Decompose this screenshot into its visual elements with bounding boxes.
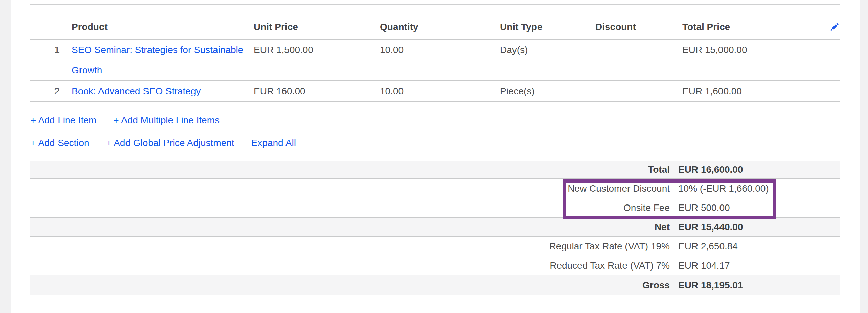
summary-label: Onsite Fee — [30, 202, 670, 213]
summary-row-onsite-fee: Onsite Fee EUR 500.00 — [30, 198, 840, 218]
line-item-actions-row-1: + Add Line Item + Add Multiple Line Item… — [30, 110, 840, 130]
summary-value: 10% (-EUR 1,660.00) — [678, 183, 769, 194]
line-number: 1 — [30, 40, 62, 80]
summary-value: EUR 500.00 — [678, 202, 730, 213]
summary-label: Regular Tax Rate (VAT) 19% — [30, 241, 670, 252]
summary-value: EUR 16,600.00 — [678, 164, 743, 175]
quantity-cell: 10.00 — [376, 81, 497, 101]
add-multiple-line-items-link[interactable]: + Add Multiple Line Items — [113, 110, 220, 130]
total-price-cell: EUR 15,000.00 — [679, 40, 779, 80]
summary-label: Net — [30, 222, 670, 233]
table-row: 1 SEO Seminar: Strategies for Sustainabl… — [30, 40, 840, 81]
discount-cell — [592, 81, 679, 101]
summary-value: EUR 2,650.84 — [678, 241, 738, 252]
summary-label: Reduced Tax Rate (VAT) 7% — [30, 260, 670, 271]
col-header-unit-type: Unit Type — [497, 22, 592, 32]
table-row: 2 Book: Advanced SEO Strategy EUR 160.00… — [30, 81, 840, 102]
summary-row-net: Net EUR 15,440.00 — [30, 218, 840, 237]
unit-price-cell: EUR 160.00 — [250, 81, 376, 101]
unit-price-cell: EUR 1,500.00 — [250, 40, 376, 80]
summary-row-new-customer-discount: New Customer Discount 10% (-EUR 1,660.00… — [30, 179, 840, 198]
summary-row-regular-tax: Regular Tax Rate (VAT) 19% EUR 2,650.84 — [30, 237, 840, 256]
expand-all-link[interactable]: Expand All — [251, 133, 296, 153]
quote-editor-page: Product Unit Price Quantity Unit Type Di… — [0, 0, 868, 313]
section-divider — [30, 0, 840, 5]
page-gutter-right — [860, 0, 868, 313]
total-price-cell: EUR 1,600.00 — [679, 81, 779, 101]
add-section-link[interactable]: + Add Section — [30, 133, 89, 153]
product-link[interactable]: SEO Seminar: Strategies for Sustainable … — [72, 45, 243, 75]
product-link[interactable]: Book: Advanced SEO Strategy — [72, 86, 201, 96]
add-global-price-adjustment-link[interactable]: + Add Global Price Adjustment — [106, 133, 234, 153]
col-header-quantity: Quantity — [376, 22, 497, 32]
unit-type-cell: Piece(s) — [497, 81, 592, 101]
discount-cell — [592, 40, 679, 80]
summary-value: EUR 18,195.01 — [678, 280, 743, 291]
summary-label: Total — [30, 164, 670, 175]
col-header-discount: Discount — [592, 22, 679, 32]
summary-value: EUR 104.17 — [678, 260, 730, 271]
col-header-unit-price: Unit Price — [250, 22, 376, 32]
summary-row-reduced-tax: Reduced Tax Rate (VAT) 7% EUR 104.17 — [30, 256, 840, 275]
col-header-total-price: Total Price — [679, 22, 779, 32]
page-gutter-left — [0, 0, 11, 313]
quantity-cell: 10.00 — [376, 40, 497, 80]
summary-row-gross: Gross EUR 18,195.01 — [30, 275, 840, 295]
line-items-card: Product Unit Price Quantity Unit Type Di… — [11, 0, 860, 313]
pencil-icon — [829, 22, 839, 32]
line-item-actions-row-2: + Add Section + Add Global Price Adjustm… — [30, 133, 840, 153]
unit-type-cell: Day(s) — [497, 40, 592, 80]
totals-summary: Total EUR 16,600.00 New Customer Discoun… — [30, 161, 840, 295]
summary-label: New Customer Discount — [30, 183, 670, 194]
col-header-product: Product — [62, 22, 250, 32]
add-line-item-link[interactable]: + Add Line Item — [30, 110, 96, 130]
summary-value: EUR 15,440.00 — [678, 222, 743, 233]
summary-label: Gross — [30, 280, 670, 291]
table-header-row: Product Unit Price Quantity Unit Type Di… — [30, 5, 840, 40]
summary-row-total: Total EUR 16,600.00 — [30, 161, 840, 179]
edit-line-items-button[interactable] — [779, 22, 840, 32]
line-number: 2 — [30, 81, 62, 101]
